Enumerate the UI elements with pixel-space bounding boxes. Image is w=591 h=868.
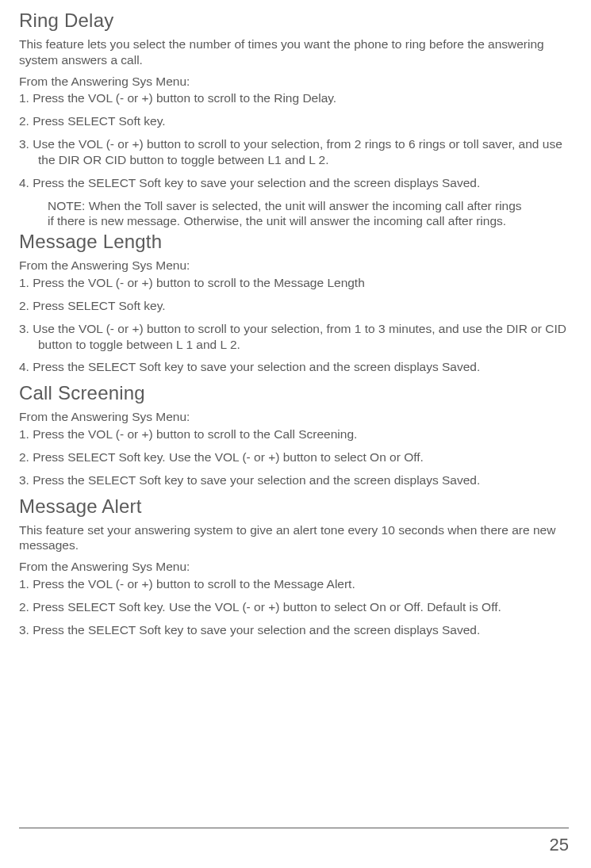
menu-line: From the Answering Sys Menu: — [19, 74, 569, 90]
page-number: 25 — [550, 835, 569, 855]
menu-line: From the Answering Sys Menu: — [19, 258, 569, 273]
step: 2. Press SELECT Soft key. — [19, 113, 569, 129]
step: 2. Press SELECT Soft key. Use the VOL (-… — [19, 449, 569, 465]
footer-divider — [19, 828, 569, 828]
step: 4. Press the SELECT Soft key to save you… — [19, 175, 569, 191]
step: 1. Press the VOL (- or +) button to scro… — [19, 90, 569, 106]
menu-line: From the Answering Sys Menu: — [19, 409, 569, 425]
step: 1. Press the VOL (- or +) button to scro… — [19, 576, 569, 592]
step: 1. Press the VOL (- or +) button to scro… — [19, 275, 569, 291]
step: 4. Press the SELECT Soft key to save you… — [19, 359, 569, 375]
page-content: Ring Delay This feature lets you select … — [0, 0, 591, 638]
section-message-alert: Message Alert This feature set your answ… — [19, 495, 569, 638]
heading-message-length: Message Length — [19, 231, 569, 253]
step: 3. Use the VOL (- or +) button to scroll… — [19, 321, 569, 353]
step: 2. Press SELECT Soft key. — [19, 298, 569, 314]
intro-ring-delay: This feature lets you select the number … — [19, 36, 569, 68]
step: 3. Press the SELECT Soft key to save you… — [19, 472, 569, 488]
step: 1. Press the VOL (- or +) button to scro… — [19, 426, 569, 442]
heading-message-alert: Message Alert — [19, 495, 569, 518]
step: 3. Press the SELECT Soft key to save you… — [19, 622, 569, 638]
step: 3. Use the VOL (- or +) button to scroll… — [19, 136, 569, 168]
heading-call-screening: Call Screening — [19, 382, 569, 404]
intro-message-alert: This feature set your answering system t… — [19, 522, 569, 554]
heading-ring-delay: Ring Delay — [19, 10, 569, 32]
step: 2. Press SELECT Soft key. Use the VOL (-… — [19, 599, 569, 615]
section-message-length: Message Length From the Answering Sys Me… — [19, 231, 569, 375]
section-call-screening: Call Screening From the Answering Sys Me… — [19, 382, 569, 488]
note-ring-delay: NOTE: When the Toll saver is selected, t… — [19, 198, 527, 230]
menu-line: From the Answering Sys Menu: — [19, 559, 569, 575]
section-ring-delay: Ring Delay This feature lets you select … — [19, 10, 569, 229]
